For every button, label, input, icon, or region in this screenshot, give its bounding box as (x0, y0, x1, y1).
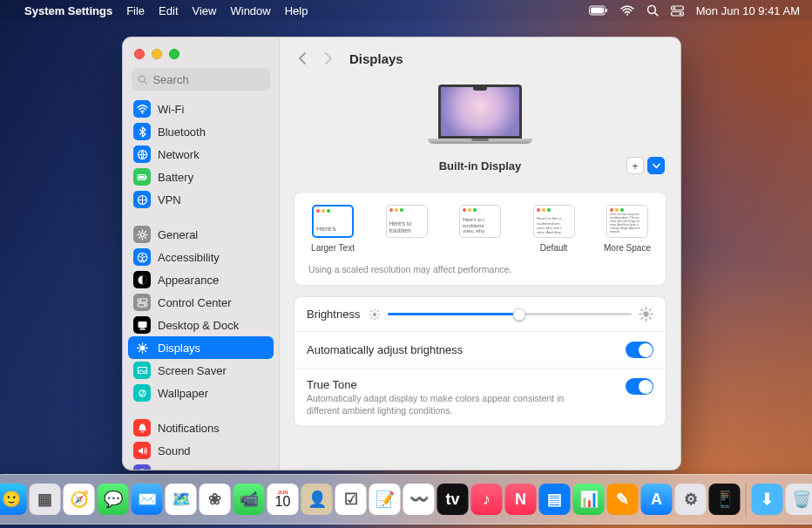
appstore-icon: A (641, 484, 673, 515)
resolution-option-1[interactable]: Here's totroublem (382, 205, 431, 254)
menu-view[interactable]: View (193, 4, 217, 17)
sidebar-item-general[interactable]: General (128, 223, 274, 246)
dock-mail[interactable]: ✉️ (132, 484, 163, 515)
control-center-icon[interactable] (671, 5, 684, 17)
resolution-option-0[interactable]: Here'sLarger Text (308, 205, 357, 254)
dock-maps[interactable]: 🗺️ (166, 484, 197, 515)
svg-rect-30 (138, 299, 147, 302)
menu-help[interactable]: Help (285, 4, 308, 17)
dock-downloads[interactable]: ⬇︎ (752, 484, 783, 515)
sidebar-item-label: VPN (158, 193, 181, 206)
dock-launchpad[interactable]: ▦ (30, 484, 61, 515)
back-button[interactable] (294, 48, 311, 69)
sidebar-item-battery[interactable]: Battery (128, 166, 274, 188)
mail-icon: ✉️ (132, 484, 163, 515)
dock-reminders[interactable]: ☑︎ (335, 484, 367, 515)
resolution-option-label: More Space (603, 243, 652, 254)
sidebar-item-label: Displays (158, 342, 200, 355)
dock-finder[interactable]: 🙂 (0, 484, 27, 515)
dock-contacts[interactable]: 👤 (301, 484, 333, 515)
sidebar-item-appearance[interactable]: Appearance (128, 268, 274, 291)
sidebar-item-bluetooth[interactable]: Bluetooth (128, 120, 274, 143)
resolution-option-3[interactable]: Here's to the crtroublemakers.ones who s… (530, 205, 579, 254)
search-field[interactable] (132, 68, 270, 91)
dock-tv[interactable]: tv (437, 484, 469, 515)
svg-line-5 (654, 13, 658, 17)
search-input[interactable] (152, 73, 264, 86)
auto-brightness-switch[interactable] (626, 342, 653, 358)
dock-facetime[interactable]: 📹 (233, 484, 265, 515)
svg-point-18 (140, 233, 144, 236)
svg-line-24 (145, 237, 145, 238)
menubar-app-name[interactable]: System Settings (24, 4, 112, 17)
dock-news[interactable]: N (505, 484, 537, 515)
resolution-option-2[interactable]: Here's to ttroublemaones, who (456, 205, 504, 254)
sidebar-item-screen-saver[interactable]: Screen Saver (128, 359, 274, 382)
sidebar-item-accessibility[interactable]: Accessibility (128, 246, 274, 268)
dock-calendar[interactable]: JUN10 (267, 484, 299, 515)
sidebar-item-label: Control Center (158, 296, 232, 309)
true-tone-switch[interactable] (626, 378, 653, 395)
dock-settings[interactable]: ⚙︎ (675, 484, 707, 515)
dock-freeform[interactable]: 〰️ (403, 484, 435, 515)
menu-file[interactable]: File (126, 4, 145, 17)
svg-line-42 (139, 344, 139, 345)
dock-photos[interactable]: ❀ (200, 484, 231, 515)
desktop: System Settings File Edit View Window He… (0, 0, 812, 528)
dock-numbers[interactable]: 📊 (573, 484, 605, 515)
minimize-button[interactable] (152, 49, 162, 59)
dock-messages[interactable]: 💬 (98, 484, 129, 515)
dock-keynote[interactable]: ▤ (539, 484, 571, 515)
dock-pages[interactable]: ✎ (607, 484, 639, 515)
trash-icon: 🗑️ (786, 484, 813, 515)
menubar-clock[interactable]: Mon Jun 10 9:41 AM (696, 4, 800, 17)
sidebar-item-focus[interactable]: Focus (128, 462, 274, 470)
dock-music[interactable]: ♪ (471, 484, 503, 515)
svg-rect-1 (591, 8, 604, 14)
brightness-label: Brightness (307, 308, 360, 321)
spotlight-icon[interactable] (646, 4, 659, 17)
menu-edit[interactable]: Edit (159, 4, 178, 17)
sidebar-item-network[interactable]: Network (128, 143, 274, 166)
battery-status-icon[interactable] (589, 5, 608, 16)
svg-line-43 (145, 350, 145, 351)
svg-rect-34 (138, 322, 146, 328)
sidebar-item-label: Accessibility (158, 251, 220, 264)
sidebar-item-vpn[interactable]: VPN (128, 188, 274, 211)
display-options-button[interactable] (647, 157, 665, 174)
sidebar-item-wallpaper[interactable]: Wallpaper (128, 382, 274, 404)
freeform-icon: 〰️ (403, 484, 435, 515)
sidebar-item-control-center[interactable]: Control Center (128, 291, 274, 314)
svg-rect-35 (140, 328, 145, 328)
resolution-option-4[interactable]: Here's to the crazy onetroublemakers. Th… (603, 205, 652, 254)
facetime-icon: 📹 (233, 484, 265, 515)
notes-icon: 📝 (369, 484, 401, 515)
sidebar-item-label: Notifications (158, 422, 220, 435)
finder-icon: 🙂 (0, 484, 27, 515)
add-display-button[interactable]: + (626, 157, 644, 174)
toolbar: Displays (280, 37, 680, 79)
zoom-button[interactable] (169, 49, 179, 59)
bluetooth-icon (133, 123, 151, 140)
menu-window[interactable]: Window (230, 4, 270, 17)
photos-icon: ❀ (200, 484, 231, 515)
svg-line-44 (139, 350, 139, 351)
dock-appstore[interactable]: A (641, 484, 673, 515)
dock-trash[interactable]: 🗑️ (786, 484, 813, 515)
close-button[interactable] (134, 49, 145, 59)
reminders-icon: ☑︎ (335, 484, 367, 515)
sidebar-item-wi-fi[interactable]: Wi-Fi (128, 98, 274, 120)
dock-notes[interactable]: 📝 (369, 484, 401, 515)
wifi-status-icon[interactable] (620, 5, 634, 16)
forward-button[interactable] (320, 48, 337, 69)
brightness-slider[interactable] (369, 307, 653, 322)
resolution-thumb: Here's totroublem (386, 205, 428, 238)
dock-safari[interactable]: 🧭 (64, 484, 95, 515)
sidebar-item-displays[interactable]: Displays (128, 336, 274, 359)
sidebar-item-sound[interactable]: Sound (128, 439, 274, 462)
sun-large-icon (639, 307, 653, 322)
sidebar-item-desktop-dock[interactable]: Desktop & Dock (128, 314, 274, 336)
dock-iphone[interactable]: 📱 (709, 484, 741, 515)
sidebar-item-notifications[interactable]: Notifications (128, 416, 274, 439)
display-name: Built-in Display (294, 159, 667, 173)
